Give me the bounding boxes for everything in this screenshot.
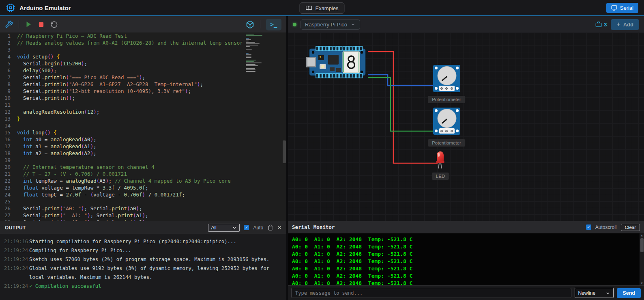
board-select[interactable]: Raspberry Pi Pico	[301, 19, 360, 30]
serial-monitor-title: Serial Monitor	[292, 224, 335, 230]
code-line[interactable]: 7 Serial.println("=== Pico ADC Read ==="…	[0, 74, 286, 81]
code-line[interactable]: 10 Serial.println();	[0, 95, 286, 101]
line-number: 26	[0, 205, 17, 212]
code-line[interactable]: 27 Serial.print(" A1: "); Serial.print(a…	[0, 212, 286, 219]
line-number: 17	[0, 143, 17, 150]
line-ending-select[interactable]: Newline	[575, 288, 614, 298]
code-line[interactable]: 18 int a2 = analogRead(A2);	[0, 150, 286, 157]
output-filter-select[interactable]: All	[208, 224, 240, 232]
potentiometer-2[interactable]	[433, 108, 460, 135]
code-line[interactable]: 21 // T = 27 - (V - 0.706) / 0.001721	[0, 171, 286, 177]
serial-scrollbar[interactable]: ▲ ▼	[640, 233, 644, 285]
code-line[interactable]: 28 Serial.print(" A2: "); Serial.print(a…	[0, 219, 286, 221]
code-line[interactable]: 4void setup() {	[0, 53, 286, 60]
code-line[interactable]: 3	[0, 46, 286, 53]
code-line[interactable]: 14	[0, 122, 286, 129]
editor-minimap[interactable]	[246, 34, 280, 72]
code-line[interactable]: 19	[0, 157, 286, 164]
auto-checkbox[interactable]: ✓	[244, 225, 249, 230]
line-number: 28	[0, 219, 17, 221]
serial-monitor-panel: Serial Monitor ✓ Autoscroll Clear A0: 0 …	[288, 221, 644, 300]
serial-log-line: A0: 0 A1: 0 A2: 2048 Temp: -521.8 C	[292, 250, 640, 258]
potentiometer-1[interactable]	[433, 65, 460, 92]
line-number: 18	[0, 150, 17, 157]
close-icon[interactable]: ×	[277, 225, 281, 231]
code-line[interactable]: 5 Serial.begin(115200);	[0, 60, 286, 67]
code-line[interactable]: 15void loop() {	[0, 129, 286, 136]
wire-blue	[368, 75, 433, 86]
cube-3d-view-icon[interactable]	[246, 20, 254, 29]
code-line[interactable]: 8 Serial.println("A0=GP26 A1=GP27 A2=GP2…	[0, 81, 286, 88]
pico-board[interactable]	[306, 45, 369, 79]
serial-scrollbar-thumb[interactable]	[640, 238, 644, 252]
component-label: Potentiometer	[428, 96, 465, 103]
plus-icon: +	[616, 22, 620, 27]
potentiometer-knob[interactable]	[437, 109, 456, 128]
add-component-button[interactable]: + Add	[611, 19, 639, 30]
code-line[interactable]: 11	[0, 101, 286, 108]
output-log-line: 21:19:24Global variables use 9192 bytes …	[4, 264, 282, 282]
editor-toolbar: >_	[0, 16, 286, 32]
chevron-down-icon	[605, 291, 610, 296]
circuit-canvas[interactable]: Potentiometer Potentiometer LED	[288, 32, 644, 221]
run-button[interactable]	[25, 21, 32, 28]
code-line[interactable]: 24 float tempC = 27.0f - (voltage - 0.70…	[0, 191, 286, 198]
code-line[interactable]: 26 Serial.print("A0: "); Serial.print(a0…	[0, 205, 286, 212]
code-line[interactable]: 2// Reads analog values from A0-A2 (GPIO…	[0, 39, 286, 46]
serial-log-line: A0: 0 A1: 0 A2: 2048 Temp: -521.8 C	[292, 280, 640, 285]
code-line[interactable]: 16 int a0 = analogRead(A0);	[0, 136, 286, 143]
output-title: OUTPUT	[5, 225, 26, 231]
terminal-toggle-button[interactable]: >_	[266, 19, 281, 30]
potentiometer-knob[interactable]	[437, 66, 456, 85]
examples-button[interactable]: Examples	[299, 2, 344, 14]
code-line[interactable]: 12 analogReadResolution(12);	[0, 108, 286, 115]
code-line[interactable]: 20 // Internal temperature sensor on cha…	[0, 164, 286, 171]
code-line[interactable]: 13}	[0, 115, 286, 122]
code-line[interactable]: 6 delay(500);	[0, 67, 286, 74]
restart-button[interactable]	[50, 21, 58, 28]
line-number: 9	[0, 88, 17, 95]
app-title: Arduino Emulator	[19, 4, 71, 11]
line-number: 3	[0, 46, 17, 53]
wrench-icon[interactable]	[5, 20, 13, 28]
output-log-line: 21:19:24Sketch uses 57060 bytes (2%) of …	[4, 255, 282, 264]
send-button[interactable]: Send	[617, 288, 641, 298]
serial-input-row: Newline Send	[288, 285, 644, 300]
line-number: 8	[0, 81, 17, 88]
line-number: 5	[0, 60, 17, 67]
output-panel: OUTPUT All ✓ Auto × 21:19:16Starting com…	[0, 221, 286, 300]
line-number: 20	[0, 164, 17, 171]
scroll-up-icon[interactable]: ▲	[641, 234, 642, 237]
code-line[interactable]: 17 int a1 = analogRead(A1);	[0, 143, 286, 150]
simulation-header: Raspberry Pi Pico 3 + Add	[288, 16, 644, 32]
line-number: 21	[0, 171, 17, 177]
code-line[interactable]: 25	[0, 198, 286, 205]
scroll-down-icon[interactable]: ▼	[641, 282, 642, 285]
autoscroll-label: Autoscroll	[595, 224, 617, 230]
chevron-down-icon	[232, 225, 237, 230]
code-lines: 1// Raspberry Pi Pico — ADC Read Test2//…	[0, 32, 286, 221]
code-line[interactable]: 23 float voltage = tempRaw * 3.3f / 4095…	[0, 184, 286, 191]
code-line[interactable]: 22 int tempRaw = analogRead(A3); // Chan…	[0, 177, 286, 184]
line-number: 25	[0, 198, 17, 205]
clear-button[interactable]: Clear	[621, 224, 640, 231]
potentiometer-pins	[439, 86, 455, 91]
led-component[interactable]	[436, 151, 444, 169]
briefcase-icon	[595, 21, 602, 28]
trash-icon[interactable]	[267, 224, 273, 231]
serial-log-line: A0: 0 A1: 0 A2: 2048 Temp: -521.8 C	[292, 258, 640, 265]
editor-scrollbar[interactable]	[282, 32, 286, 221]
editor-scrollbar-thumb[interactable]	[283, 140, 286, 163]
code-line[interactable]: 9 Serial.println("12-bit resolution (0-4…	[0, 88, 286, 95]
line-number: 1	[0, 32, 17, 39]
serial-message-input[interactable]	[291, 288, 571, 298]
top-bar: Arduino Emulator Examples Serial	[0, 0, 644, 16]
code-editor[interactable]: 1// Raspberry Pi Pico — ADC Read Test2//…	[0, 32, 286, 221]
serial-button[interactable]: Serial	[606, 3, 638, 13]
code-line[interactable]: 1// Raspberry Pi Pico — ADC Read Test	[0, 32, 286, 39]
stop-button[interactable]	[38, 21, 45, 28]
book-icon	[305, 5, 312, 11]
chevron-down-icon	[350, 22, 356, 27]
autoscroll-checkbox[interactable]: ✓	[586, 224, 591, 230]
serial-log-line: A0: 0 A1: 0 A2: 2048 Temp: -521.8 C	[292, 243, 640, 250]
